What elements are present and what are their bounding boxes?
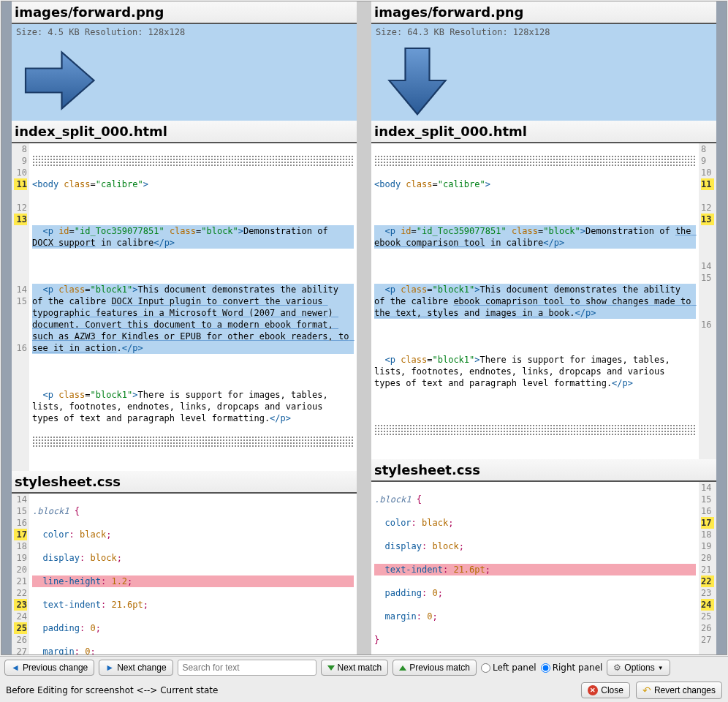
code-body: .block1 { color: black; display: block; … (371, 482, 699, 654)
code-body: <body class="calibre"> <p id="id_Toc3590… (29, 143, 357, 471)
triangle-up-icon (399, 665, 406, 671)
triangle-down-icon (327, 665, 335, 671)
right-pane: images/forward.png Size: 64.3 KB Resolut… (371, 1, 716, 654)
button-label: Previous match (409, 663, 470, 673)
image-section-title: images/forward.png (12, 1, 357, 24)
options-button[interactable]: ⚙Options▼ (607, 660, 670, 676)
image-preview (371, 40, 716, 121)
css-code-right[interactable]: .block1 { color: black; display: block; … (371, 482, 716, 654)
button-label: Options (624, 663, 654, 673)
code-body: <body class="calibre"> <p id="id_Toc3590… (371, 143, 699, 459)
button-label: Next match (338, 663, 382, 673)
button-label: Close (601, 685, 623, 695)
toolbar: ◄Previous change ►Next change Next match… (0, 656, 728, 679)
status-text: Before Editing for screenshot <--> Curre… (6, 685, 218, 695)
html-code-right[interactable]: <body class="calibre"> <p id="id_Toc3590… (371, 143, 716, 459)
previous-match-button[interactable]: Previous match (393, 660, 477, 676)
image-preview (12, 40, 357, 121)
undo-icon: ↶ (642, 684, 651, 696)
status-bar: Before Editing for screenshot <--> Curre… (0, 679, 728, 702)
revert-changes-button[interactable]: ↶Revert changes (636, 682, 722, 699)
image-meta: Size: 4.5 KB Resolution: 128x128 (12, 24, 357, 40)
line-numbers: 891011 1213 1415 16 (699, 143, 716, 459)
button-label: Previous change (23, 663, 88, 673)
line-numbers: 1415161718192021222324252627 (12, 494, 29, 654)
image-meta: Size: 64.3 KB Resolution: 128x128 (371, 24, 716, 40)
button-label: Revert changes (654, 685, 716, 695)
diff-viewer: images/forward.png Size: 4.5 KB Resoluti… (1, 1, 727, 655)
html-section-title: index_split_000.html (12, 121, 357, 143)
chevron-down-icon: ▼ (658, 665, 664, 671)
gear-icon: ⚙ (613, 663, 621, 673)
scroll-gutter-left[interactable] (1, 1, 12, 654)
css-code-left[interactable]: 1415161718192021222324252627 .block1 { c… (12, 494, 357, 654)
down-arrow-icon (377, 40, 458, 121)
button-label: Next change (117, 663, 166, 673)
previous-change-button[interactable]: ◄Previous change (4, 660, 94, 676)
code-body: .block1 { color: black; display: block; … (29, 494, 357, 654)
image-section-title: images/forward.png (371, 1, 716, 24)
radio-label: Right panel (553, 663, 603, 673)
scroll-gutter-right[interactable] (716, 1, 727, 654)
search-input[interactable] (178, 660, 316, 676)
left-panel-radio[interactable]: Left panel (481, 663, 536, 673)
pane-divider[interactable] (357, 1, 371, 654)
css-section-title: stylesheet.css (371, 459, 716, 482)
html-code-left[interactable]: 891011 1213 1415 16 <body class="calibre… (12, 143, 357, 471)
forward-arrow-icon (18, 40, 98, 121)
arrow-right-icon: ► (105, 663, 114, 673)
radio-label: Left panel (493, 663, 536, 673)
line-numbers: 1415161718192021222324252627 (699, 482, 716, 654)
close-button[interactable]: ✕Close (581, 682, 630, 698)
left-pane: images/forward.png Size: 4.5 KB Resoluti… (12, 1, 357, 654)
next-match-button[interactable]: Next match (321, 660, 389, 676)
line-numbers: 891011 1213 1415 16 (12, 143, 29, 471)
html-section-title: index_split_000.html (371, 121, 716, 143)
close-icon: ✕ (588, 685, 598, 695)
right-panel-radio[interactable]: Right panel (541, 663, 603, 673)
arrow-left-icon: ◄ (11, 663, 20, 673)
next-change-button[interactable]: ►Next change (99, 660, 172, 676)
css-section-title: stylesheet.css (12, 471, 357, 494)
